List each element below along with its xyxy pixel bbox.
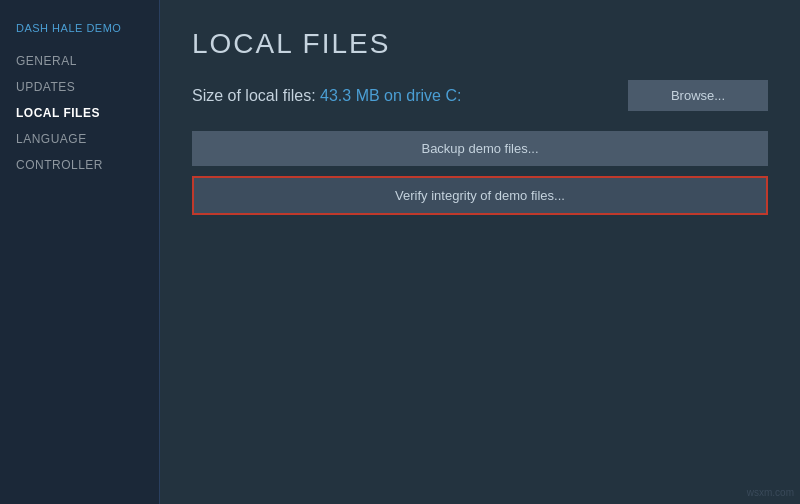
page-title: LOCAL FILES [192, 28, 768, 60]
sidebar-item-language[interactable]: LANGUAGE [0, 126, 159, 152]
sidebar-app-title[interactable]: DASH HALE DEMO [0, 16, 159, 40]
verify-integrity-button[interactable]: Verify integrity of demo files... [192, 176, 768, 215]
file-size-text: Size of local files: 43.3 MB on drive C: [192, 87, 461, 105]
sidebar: DASH HALE DEMO GENERAL UPDATES LOCAL FIL… [0, 0, 160, 504]
backup-button[interactable]: Backup demo files... [192, 131, 768, 166]
sidebar-item-general[interactable]: GENERAL [0, 48, 159, 74]
file-size-prefix: Size of local files: [192, 87, 320, 104]
file-size-link[interactable]: 43.3 MB on drive C: [320, 87, 461, 104]
sidebar-item-updates[interactable]: UPDATES [0, 74, 159, 100]
watermark: wsxm.com [747, 487, 794, 498]
browse-button[interactable]: Browse... [628, 80, 768, 111]
window: DASH HALE DEMO GENERAL UPDATES LOCAL FIL… [0, 0, 800, 504]
sidebar-item-local-files[interactable]: LOCAL FILES [0, 100, 159, 126]
sidebar-item-controller[interactable]: CONTROLLER [0, 152, 159, 178]
main-content: LOCAL FILES Size of local files: 43.3 MB… [160, 0, 800, 504]
file-size-row: Size of local files: 43.3 MB on drive C:… [192, 80, 768, 111]
